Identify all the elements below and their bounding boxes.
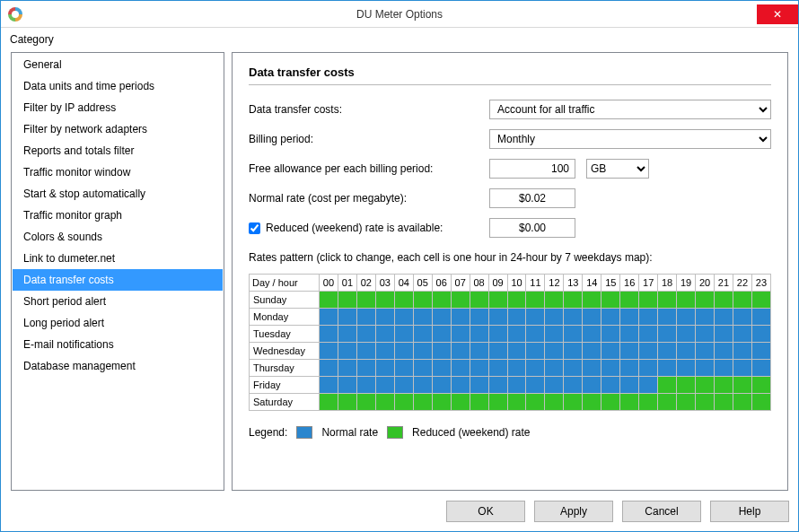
grid-cell[interactable] [545,377,564,394]
grid-cell[interactable] [356,292,375,309]
grid-cell[interactable] [677,292,696,309]
grid-cell[interactable] [320,326,338,343]
grid-cell[interactable] [413,394,432,411]
grid-cell[interactable] [583,292,601,309]
grid-cell[interactable] [545,394,564,411]
grid-cell[interactable] [338,394,356,411]
grid-cell[interactable] [320,360,338,377]
grid-cell[interactable] [733,326,751,343]
grid-cell[interactable] [639,360,658,377]
grid-cell[interactable] [658,343,677,360]
grid-cell[interactable] [733,377,751,394]
cancel-button[interactable]: Cancel [622,501,701,522]
grid-cell[interactable] [507,394,526,411]
grid-cell[interactable] [715,343,733,360]
grid-cell[interactable] [564,292,583,309]
grid-cell[interactable] [677,326,696,343]
grid-cell[interactable] [639,394,658,411]
grid-cell[interactable] [432,394,451,411]
sidebar-item[interactable]: Database management [13,355,223,377]
grid-cell[interactable] [507,377,526,394]
sidebar-item[interactable]: Colors & sounds [13,226,223,248]
grid-cell[interactable] [696,377,715,394]
sidebar-item[interactable]: E-mail notifications [13,334,223,355]
grid-cell[interactable] [583,326,601,343]
grid-cell[interactable] [601,377,620,394]
grid-cell[interactable] [413,377,432,394]
grid-cell[interactable] [733,343,751,360]
sidebar-item[interactable]: Link to dumeter.net [13,248,223,269]
grid-cell[interactable] [677,394,696,411]
grid-cell[interactable] [507,360,526,377]
grid-cell[interactable] [639,343,658,360]
grid-cell[interactable] [507,292,526,309]
input-allowance[interactable] [489,159,575,179]
grid-cell[interactable] [545,360,564,377]
grid-cell[interactable] [733,292,751,309]
sidebar-item[interactable]: Data transfer costs [13,269,223,291]
grid-cell[interactable] [620,326,639,343]
grid-cell[interactable] [394,394,413,411]
grid-cell[interactable] [620,360,639,377]
grid-cell[interactable] [677,377,696,394]
category-sidebar[interactable]: GeneralData units and time periodsFilter… [11,52,224,491]
grid-cell[interactable] [658,326,677,343]
grid-cell[interactable] [696,394,715,411]
grid-cell[interactable] [413,360,432,377]
select-billing[interactable]: Monthly [489,129,771,149]
grid-cell[interactable] [488,326,507,343]
grid-cell[interactable] [470,394,488,411]
grid-cell[interactable] [751,360,770,377]
grid-cell[interactable] [413,343,432,360]
grid-cell[interactable] [696,360,715,377]
grid-cell[interactable] [526,309,545,326]
grid-cell[interactable] [375,309,394,326]
grid-cell[interactable] [432,377,451,394]
grid-cell[interactable] [488,343,507,360]
grid-cell[interactable] [601,326,620,343]
grid-cell[interactable] [356,394,375,411]
grid-cell[interactable] [751,292,770,309]
grid-cell[interactable] [451,309,470,326]
grid-cell[interactable] [751,377,770,394]
grid-cell[interactable] [639,377,658,394]
grid-cell[interactable] [583,377,601,394]
grid-cell[interactable] [751,343,770,360]
grid-cell[interactable] [601,360,620,377]
grid-cell[interactable] [338,292,356,309]
grid-cell[interactable] [564,309,583,326]
grid-cell[interactable] [488,360,507,377]
grid-cell[interactable] [601,343,620,360]
grid-cell[interactable] [696,343,715,360]
grid-cell[interactable] [639,309,658,326]
grid-cell[interactable] [356,309,375,326]
grid-cell[interactable] [620,309,639,326]
grid-cell[interactable] [394,309,413,326]
grid-cell[interactable] [526,292,545,309]
grid-cell[interactable] [583,309,601,326]
grid-cell[interactable] [432,343,451,360]
grid-cell[interactable] [375,343,394,360]
grid-cell[interactable] [715,377,733,394]
grid-cell[interactable] [413,292,432,309]
grid-cell[interactable] [733,309,751,326]
sidebar-item[interactable]: Data units and time periods [13,75,223,97]
grid-cell[interactable] [338,343,356,360]
grid-cell[interactable] [658,292,677,309]
ok-button[interactable]: OK [446,501,525,522]
grid-cell[interactable] [715,360,733,377]
grid-cell[interactable] [696,292,715,309]
grid-cell[interactable] [432,309,451,326]
grid-cell[interactable] [507,309,526,326]
grid-cell[interactable] [526,360,545,377]
grid-cell[interactable] [375,360,394,377]
grid-cell[interactable] [470,377,488,394]
grid-cell[interactable] [432,326,451,343]
grid-cell[interactable] [526,377,545,394]
grid-cell[interactable] [375,326,394,343]
sidebar-item[interactable]: Filter by IP address [13,97,223,118]
grid-cell[interactable] [338,326,356,343]
grid-cell[interactable] [658,360,677,377]
grid-cell[interactable] [620,343,639,360]
grid-cell[interactable] [696,309,715,326]
